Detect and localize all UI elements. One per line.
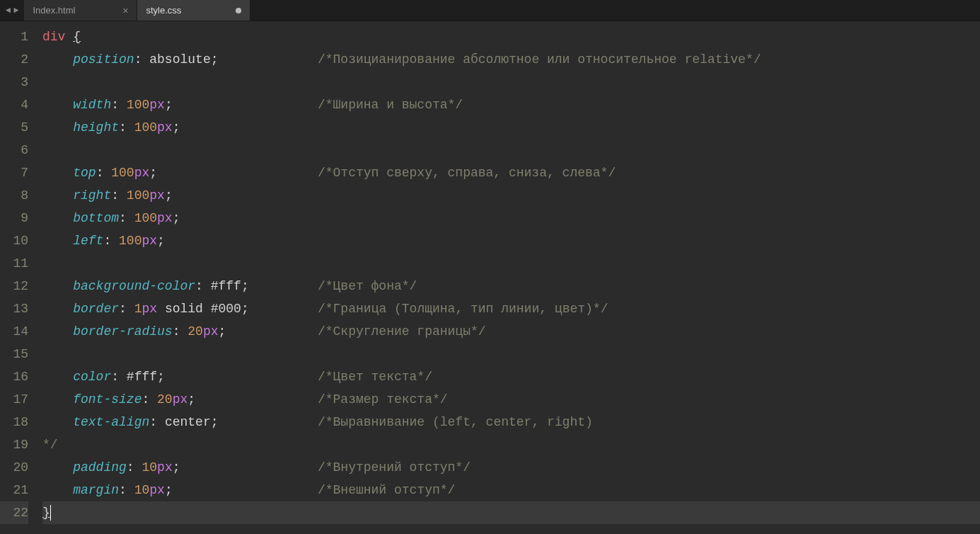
close-icon[interactable]: × <box>122 5 128 16</box>
line-number-gutter: 12345678910111213141516171819202122 <box>0 21 35 534</box>
tab-bar: ◄ ► Index.html × style.css <box>0 0 980 21</box>
tab-label: style.css <box>146 5 181 16</box>
tab-style-css[interactable]: style.css <box>137 0 250 21</box>
code-area[interactable]: div { position: absolute; /*Позицианиров… <box>35 21 980 534</box>
tab-label: Index.html <box>33 5 75 16</box>
tab-nav-left-icon[interactable]: ◄ <box>6 6 11 16</box>
code-editor[interactable]: 12345678910111213141516171819202122 div … <box>0 21 980 534</box>
tab-nav-right-icon[interactable]: ► <box>13 6 18 16</box>
tab-nav-arrows: ◄ ► <box>0 0 24 21</box>
dirty-indicator-icon <box>236 8 241 13</box>
tab-index-html[interactable]: Index.html × <box>24 0 137 21</box>
